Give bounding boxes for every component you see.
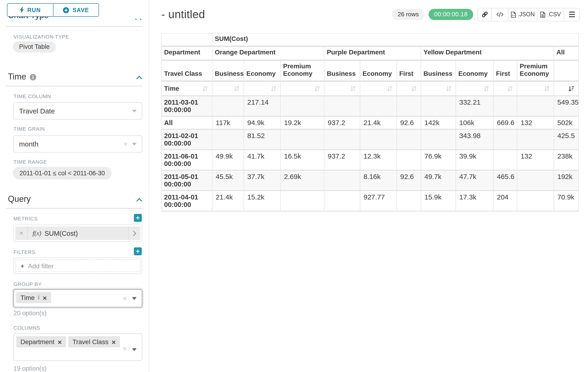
value-cell: 17.3k [456, 191, 494, 211]
sort-cell[interactable] [554, 82, 579, 96]
travel-class-header-cell: Economy [456, 61, 494, 82]
row-header-cell: 2011-02-01 00:00:00 [161, 129, 212, 150]
time-range-pill[interactable]: 2011-01-01 ≤ col < 2011-06-30 [13, 167, 111, 180]
sort-icon[interactable] [411, 85, 417, 91]
sort-desc-icon[interactable] [568, 85, 575, 91]
columns-chip[interactable]: Travel Class× [68, 336, 120, 347]
add-filter-button[interactable]: + Add filter [15, 259, 140, 272]
save-button[interactable]: SAVE [53, 4, 99, 16]
sort-cell[interactable] [360, 82, 397, 96]
export-csv-button[interactable]: .CSV [537, 8, 564, 21]
caret-down-icon [132, 297, 137, 300]
run-save-button-group: RUN SAVE [7, 3, 99, 17]
run-button[interactable]: RUN [7, 4, 53, 16]
department-axis-label: Department [161, 47, 212, 61]
sort-cell[interactable] [494, 82, 517, 96]
menu-button[interactable] [564, 8, 579, 21]
sort-cell[interactable] [397, 82, 421, 96]
value-cell: 927.77 [360, 191, 397, 211]
columns-select[interactable]: Department×Travel Class× × [13, 333, 142, 361]
copy-link-button[interactable] [478, 8, 492, 21]
value-cell: 19.2k [281, 117, 325, 129]
travel-class-header-cell: First [494, 61, 517, 82]
chip-label: Travel Class [73, 338, 108, 345]
columns-chip[interactable]: Department× [16, 336, 66, 347]
value-cell [517, 129, 554, 150]
remove-chip-icon[interactable]: × [43, 294, 47, 301]
info-circle-icon [30, 74, 36, 80]
sort-cell[interactable] [517, 82, 554, 96]
divider [6, 208, 143, 209]
chart-title[interactable]: - untitled [161, 8, 205, 21]
clear-icon[interactable]: × [123, 295, 127, 302]
value-cell: 425.5 [554, 129, 579, 150]
time-section-header[interactable]: Time [8, 72, 36, 82]
chevron-right-icon[interactable] [128, 226, 140, 240]
value-cell: 238k [554, 150, 579, 170]
sort-icon[interactable] [350, 85, 356, 91]
sort-cell[interactable] [421, 82, 456, 96]
clear-icon[interactable]: × [123, 345, 127, 352]
query-section-header[interactable]: Query [8, 194, 31, 204]
sort-cell[interactable] [325, 82, 360, 96]
add-filter-plus-button[interactable] [134, 247, 142, 255]
value-cell: 937.2 [325, 117, 360, 129]
sort-icon[interactable] [314, 85, 320, 91]
clear-icon[interactable]: × [123, 140, 128, 148]
value-cell [281, 129, 325, 150]
travel-class-header-cell: Business [325, 61, 360, 82]
value-cell [494, 96, 517, 117]
value-cell [360, 96, 397, 117]
sort-cell[interactable] [281, 82, 325, 96]
metric-chip[interactable]: × f(x) SUM(Cost) [15, 226, 140, 240]
value-cell [325, 191, 360, 211]
department-header-cell: Orange Department [212, 47, 325, 61]
sort-icon[interactable] [544, 85, 550, 91]
remove-metric-icon[interactable]: × [15, 226, 28, 240]
remove-chip-icon[interactable]: × [58, 338, 62, 345]
row-header-cell: 2011-03-01 00:00:00 [161, 96, 212, 117]
add-metric-button[interactable] [134, 214, 142, 222]
sort-icon[interactable] [271, 85, 277, 91]
value-cell: 37.7k [244, 170, 281, 191]
sort-icon[interactable] [446, 85, 452, 91]
chevron-up-icon[interactable] [136, 198, 142, 202]
sort-cell[interactable] [456, 82, 494, 96]
time-grain-select[interactable]: month × [13, 135, 142, 152]
group-by-select[interactable]: Timei× × [13, 289, 142, 307]
table-row: 2011-03-01 00:00:00217.14332.21549.35 [161, 96, 579, 117]
value-cell: 12.3k [360, 150, 397, 170]
remove-chip-icon[interactable]: × [112, 338, 116, 345]
view-query-button[interactable] [492, 8, 508, 21]
value-cell [494, 129, 517, 150]
value-cell: 106k [456, 117, 494, 129]
plus-icon [136, 249, 140, 254]
sort-icon[interactable] [507, 85, 513, 91]
value-cell: 21.4k [212, 191, 244, 211]
value-cell [360, 129, 397, 150]
link-icon [481, 11, 488, 18]
time-label: Time [164, 85, 179, 92]
sort-icon[interactable] [202, 85, 208, 91]
value-cell: 2.69k [281, 170, 325, 191]
export-json-button[interactable]: .JSON [508, 8, 537, 21]
travel-class-header-cell [554, 61, 579, 82]
dot-icon [135, 19, 137, 20]
value-cell: 39.9k [456, 150, 494, 170]
value-cell: 16.5k [281, 150, 325, 170]
group-by-chip[interactable]: Timei× [16, 292, 51, 303]
chevron-up-icon[interactable] [136, 75, 142, 80]
value-cell [212, 129, 244, 150]
row-count-badge: 26 rows [392, 9, 424, 20]
sort-icon[interactable] [483, 85, 489, 91]
time-column-select[interactable]: Travel Date [13, 102, 142, 119]
sort-icon[interactable] [234, 85, 240, 91]
sort-cell[interactable] [212, 82, 244, 96]
sort-cell[interactable] [244, 82, 281, 96]
travel-class-header-cell: Business [212, 61, 244, 82]
value-cell [397, 129, 421, 150]
sort-icon[interactable] [387, 85, 393, 91]
filters-box: + Add filter [13, 258, 142, 274]
viz-type-pill[interactable]: Pivot Table [13, 41, 56, 53]
group-by-label: GROUP BY [13, 281, 42, 287]
